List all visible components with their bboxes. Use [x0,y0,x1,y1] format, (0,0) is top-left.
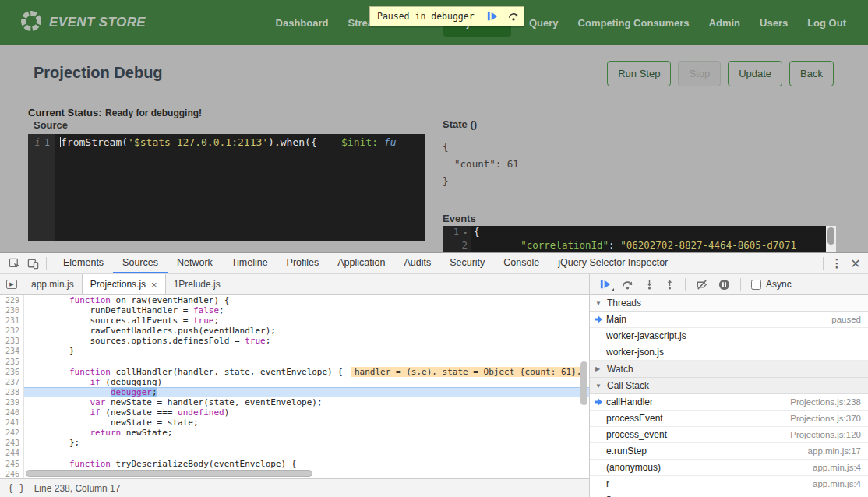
inspect-element-icon[interactable] [5,254,23,273]
devtools-tab-application[interactable]: Application [328,253,394,273]
events-editor[interactable]: 1 ▾{2 "correlationId": "06202702-8827-44… [443,226,826,252]
file-tab-1prelude-js[interactable]: 1Prelude.js [166,274,228,294]
source-code-line[interactable]: fromStream('$stats-127.0.0.1:2113').when… [55,134,397,241]
nav-item-competing-consumers[interactable]: Competing Consumers [577,9,691,37]
code-text[interactable]: function tryDeserializeBody(eventEnvelop… [24,459,589,469]
line-number-gutter[interactable]: 229 [0,295,24,305]
call-stack-frame[interactable]: e.runStepapp.min.js:17 [590,443,868,460]
device-toolbar-icon[interactable] [23,254,42,273]
code-text[interactable]: function on_raw(eventHandler) { [24,295,589,305]
source-code-editor[interactable]: i 1 fromStream('$stats-127.0.0.1:2113').… [28,134,425,241]
devtools-tab-security[interactable]: Security [440,253,494,273]
nav-item-log-out[interactable]: Log Out [806,9,848,37]
status-value: Ready for debugging! [105,108,202,118]
code-line: 244 [0,448,589,458]
line-number-gutter[interactable]: 245 [0,459,24,469]
thread-row-main[interactable]: Mainpaused [590,312,868,328]
devtools-tab-audits[interactable]: Audits [394,253,440,273]
line-number-gutter[interactable]: 230 [0,305,24,315]
step-over-icon[interactable] [621,279,634,291]
line-number-gutter[interactable]: 232 [0,326,24,336]
devtools-tab-sources[interactable]: Sources [113,253,168,273]
line-number-gutter[interactable]: 240 [0,407,24,418]
line-number-gutter[interactable]: 246 [0,469,24,478]
pretty-print-icon[interactable]: { } [8,483,25,494]
line-number-gutter[interactable]: 242 [0,428,24,438]
code-text[interactable] [24,448,589,458]
stop-button[interactable]: Stop [678,61,721,86]
call-stack-frame[interactable]: (anonymous)app.min.js:4 [590,460,868,476]
watch-section-header[interactable]: ▶ Watch [590,361,868,378]
code-vertical-scrollbar-thumb[interactable] [580,361,587,405]
line-number-gutter[interactable]: 238 [0,387,24,397]
line-number-gutter[interactable]: 241 [0,418,24,428]
call-stack-frame[interactable]: process_eventProjections.js:120 [590,427,868,443]
run-step-button[interactable]: Run Step [607,61,671,86]
code-text[interactable]: var newState = handler(state, eventEnvel… [24,397,589,407]
line-number-gutter[interactable]: 243 [0,438,24,448]
code-text[interactable]: }; [24,438,589,448]
devtools-tab-network[interactable]: Network [168,253,222,273]
deactivate-breakpoints-icon[interactable] [696,279,708,291]
devtools-tab-console[interactable]: Console [494,253,549,273]
line-number-gutter[interactable]: 235 [0,357,24,367]
step-into-icon[interactable] [644,279,655,291]
step-out-icon[interactable] [665,279,675,291]
code-horizontal-scrollbar-thumb[interactable] [26,470,312,477]
call-stack-frame[interactable]: callHandlerProjections.js:238 [590,394,868,411]
resume-icon[interactable] [482,7,503,26]
thread-row-worker-json-js[interactable]: worker-json.js [590,344,868,361]
devtools-tab-profiles[interactable]: Profiles [277,253,329,273]
line-number-gutter[interactable]: 231 [0,315,24,326]
code-text[interactable]: runDefaultHandler = false; [24,305,589,315]
nav-item-query[interactable]: Query [528,9,560,37]
update-button[interactable]: Update [728,61,782,86]
code-text[interactable]: if (debugging) [24,377,589,387]
code-text[interactable]: sources.options.definesFold = true; [24,336,589,346]
threads-section-header[interactable]: ▼ Threads [590,295,868,312]
nav-item-dashboard[interactable]: Dashboard [274,9,330,37]
code-text[interactable]: sources.allEvents = true; [24,315,589,326]
step-over-icon[interactable] [503,7,524,26]
threads-title: Threads [607,298,641,308]
resume-icon[interactable] [600,279,611,290]
code-text[interactable]: rawEventHandlers.push(eventHandler); [24,326,589,336]
show-navigator-icon[interactable]: ▶ [0,274,23,294]
code-text[interactable]: if (newState === undefined) [24,407,589,418]
nav-item-admin[interactable]: Admin [707,9,742,37]
async-checkbox[interactable] [751,280,761,290]
line-number-gutter[interactable]: 239 [0,397,24,407]
events-scrollbar[interactable] [826,226,836,252]
call-stack-frame[interactable]: processEventProjections.js:370 [590,411,868,427]
thread-row-worker-javascript-js[interactable]: worker-javascript.js [590,328,868,344]
nav-item-users[interactable]: Users [758,9,789,37]
close-file-tab-icon[interactable]: × [151,279,157,291]
line-number-gutter[interactable]: 236 [0,367,24,377]
devtools-tab-jquery-selector-inspector[interactable]: jQuery Selector Inspector [549,253,677,273]
code-text[interactable] [24,357,589,367]
devtools-tab-elements[interactable]: Elements [54,253,113,273]
kebab-menu-icon[interactable]: ⋮ [827,254,846,273]
pause-on-exceptions-icon[interactable] [718,279,730,291]
events-scrollbar-thumb[interactable] [827,227,834,245]
file-tab-projections-js[interactable]: Projections.js× [82,274,166,294]
line-number-gutter[interactable]: 233 [0,336,24,346]
code-text[interactable]: debugger; [24,387,589,397]
line-number-gutter[interactable]: 234 [0,346,24,356]
line-number-gutter[interactable]: 244 [0,448,24,458]
code-text[interactable]: } [24,346,589,356]
call-stack-section-header[interactable]: ▼ Call Stack [590,378,868,394]
code-text[interactable]: function callHandler(handler, state, eve… [24,367,589,377]
brand[interactable]: EVENT STORE [20,10,146,35]
line-number-gutter[interactable]: 237 [0,377,24,387]
code-text[interactable]: newState = state; [24,418,589,428]
call-stack-frame[interactable]: rapp.min.js:4 [590,476,868,492]
code-text[interactable]: return newState; [24,428,589,438]
fold-arrow-icon[interactable]: ▾ [459,229,468,237]
close-devtools-icon[interactable]: ✕ [846,254,865,273]
call-stack-frame[interactable]: $...app.min.js [590,492,868,497]
devtools-tab-timeline[interactable]: Timeline [222,253,277,273]
back-button[interactable]: Back [789,61,834,86]
code-editor[interactable]: 229 function on_raw(eventHandler) {230 r… [0,295,589,478]
file-tab-app-min-js[interactable]: app.min.js [23,274,82,294]
